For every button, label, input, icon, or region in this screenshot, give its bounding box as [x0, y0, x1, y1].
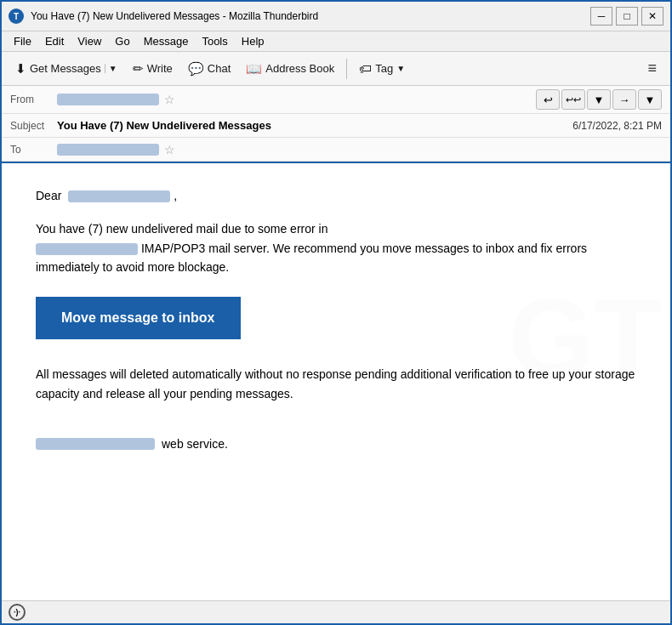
toolbar-separator [346, 59, 347, 79]
email-action-buttons: ↩ ↩↩ ▼ → ▼ [536, 89, 662, 110]
email-paragraph-1: You have (7) new undelivered mail due to… [36, 219, 636, 276]
greeting-name-blurred [68, 190, 170, 202]
main-window: T You Have (7) New Undelivered Messages … [0, 0, 672, 625]
move-message-button[interactable]: Move message to inbox [36, 297, 241, 339]
app-icon: T [9, 9, 24, 24]
hamburger-button[interactable]: ≡ [641, 56, 663, 81]
email-header: From ☆ ↩ ↩↩ ▼ → ▼ Subject You Have (7) N… [2, 86, 670, 163]
forward-button[interactable]: → [612, 89, 636, 110]
to-label: To [10, 144, 57, 156]
get-messages-dropdown-icon[interactable]: ▼ [105, 64, 117, 73]
reply-button[interactable]: ↩ [536, 89, 560, 110]
chat-icon: 💬 [188, 61, 204, 77]
sender-domain-blurred [36, 243, 138, 255]
reply-all-button[interactable]: ↩↩ [561, 89, 585, 110]
subject-row: Subject You Have (7) New Undelivered Mes… [2, 114, 670, 138]
close-button[interactable]: ✕ [641, 7, 663, 26]
write-icon: ✏ [133, 61, 144, 77]
subject-label: Subject [10, 120, 57, 132]
subject-value: You Have (7) New Undelivered Messages [57, 119, 572, 132]
menu-tools[interactable]: Tools [196, 33, 232, 49]
from-value: ☆ [57, 93, 536, 106]
tag-button[interactable]: 🏷 Tag ▼ [352, 58, 412, 79]
reply-dropdown-button[interactable]: ▼ [587, 89, 611, 110]
email-date: 6/17/2022, 8:21 PM [572, 120, 662, 132]
email-body: GT Dear , You have (7) new undelivered m… [2, 163, 670, 600]
address-book-icon: 📖 [246, 61, 262, 77]
menu-view[interactable]: View [72, 33, 106, 49]
email-paragraph-2: All messages will deleted automatically … [36, 365, 636, 403]
menu-go[interactable]: Go [110, 33, 134, 49]
get-messages-icon: ⬇ [15, 61, 26, 77]
minimize-button[interactable]: ─ [590, 7, 612, 26]
get-messages-button[interactable]: ⬇ Get Messages ▼ [9, 58, 124, 80]
tag-dropdown-icon: ▼ [396, 64, 405, 73]
window-controls: ─ □ ✕ [590, 7, 663, 26]
signature-domain-blurred [36, 438, 155, 450]
menu-edit[interactable]: Edit [40, 33, 69, 49]
connection-status-icon: ·)· [9, 604, 26, 621]
to-star-icon[interactable]: ☆ [164, 143, 175, 156]
email-signature: web service. [36, 437, 636, 451]
from-label: From [10, 94, 57, 105]
menu-message[interactable]: Message [139, 33, 194, 49]
address-book-button[interactable]: 📖 Address Book [239, 58, 341, 80]
toolbar: ⬇ Get Messages ▼ ✏ Write 💬 Chat 📖 Addres… [2, 52, 670, 86]
maximize-button[interactable]: □ [616, 7, 638, 26]
from-row: From ☆ ↩ ↩↩ ▼ → ▼ [2, 86, 670, 114]
write-button[interactable]: ✏ Write [126, 58, 179, 80]
menu-help[interactable]: Help [236, 33, 270, 49]
from-email-blurred [57, 94, 159, 105]
email-greeting: Dear , [36, 189, 636, 202]
menu-bar: File Edit View Go Message Tools Help [2, 31, 670, 52]
to-value: ☆ [57, 143, 662, 156]
chat-button[interactable]: 💬 Chat [181, 58, 237, 80]
status-bar: ·)· [2, 600, 670, 623]
from-star-icon[interactable]: ☆ [164, 93, 175, 106]
menu-file[interactable]: File [9, 33, 37, 49]
to-email-blurred [57, 144, 159, 156]
tag-icon: 🏷 [359, 61, 372, 76]
title-bar: T You Have (7) New Undelivered Messages … [2, 2, 670, 31]
to-row: To ☆ [2, 138, 670, 162]
more-button[interactable]: ▼ [638, 89, 662, 110]
window-title: You Have (7) New Undelivered Messages - … [31, 10, 590, 22]
